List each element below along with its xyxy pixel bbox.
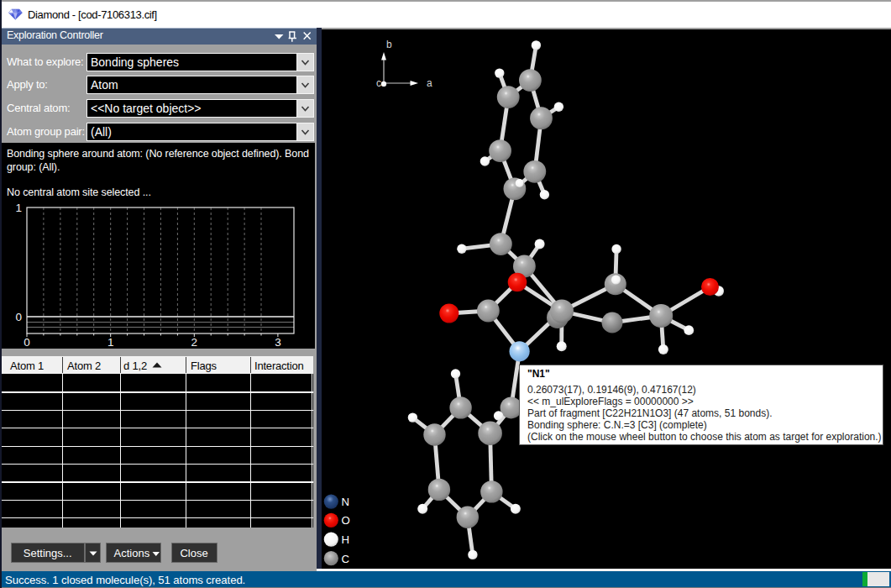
svg-text:C: C: [342, 553, 350, 565]
svg-text:0: 0: [15, 311, 22, 323]
svg-text:b: b: [386, 39, 392, 50]
svg-text:1: 1: [15, 202, 22, 214]
svg-text:H: H: [342, 533, 350, 546]
svg-text:0: 0: [24, 336, 30, 349]
svg-text:a: a: [427, 77, 432, 89]
svg-text:c: c: [376, 77, 381, 89]
svg-text:2: 2: [191, 336, 198, 349]
svg-text:N: N: [342, 496, 350, 508]
svg-text:1: 1: [107, 336, 114, 349]
svg-text:3: 3: [275, 336, 281, 349]
svg-text:O: O: [342, 514, 350, 527]
